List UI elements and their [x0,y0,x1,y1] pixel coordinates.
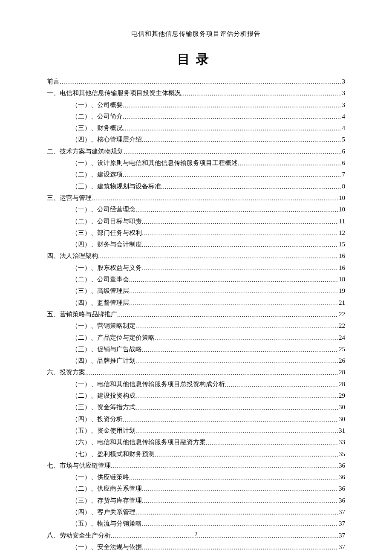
toc-leader-dots [142,519,338,529]
toc-entry: （三）、存货与库存管理36 [47,495,345,506]
toc-entry-page: 18 [338,274,345,285]
toc-entry-label: （四）、品牌推广计划 [47,355,135,367]
toc-leader-dots [155,333,338,344]
toc-entry: （四）、投资分析30 [47,413,345,425]
document-page: 电信和其他信息传输服务项目评估分析报告 目录 前言3一、电信和其他信息传输服务项… [0,0,392,555]
toc-leader-dots [181,88,341,99]
toc-leader-dots [129,298,338,309]
toc-entry: （一）、公司概要3 [47,99,345,111]
toc-leader-dots [129,275,338,285]
toc-entry: （四）、客户关系管理37 [47,506,345,518]
toc-leader-dots [142,263,338,274]
toc-entry-label: （二）、公司董事会 [47,274,129,285]
toc-entry: （一）、电信和其他信息传输服务项目总投资构成分析28 [47,379,345,390]
toc-entry: 六、投资方案28 [47,367,345,378]
toc-entry-page: 28 [338,367,345,378]
toc-leader-dots [135,205,338,215]
toc-entry: （四）、核心管理层介绍5 [47,134,345,145]
toc-entry: （三）、财务概况4 [47,122,345,134]
toc-entry: （二）、产品定位与定价策略24 [47,332,345,344]
toc-leader-dots [135,391,338,402]
toc-entry-page: 28 [338,379,345,390]
toc-leader-dots [123,170,341,180]
toc-entry: （二）、建设选项7 [47,169,345,180]
toc-entry: （一）、安全法规与依据37 [47,541,345,553]
toc-leader-dots [142,217,338,227]
toc-entry-label: （二）、产品定位与定价策略 [47,332,155,344]
toc-entry-label: （四）、财务与会计制度 [47,239,142,250]
toc-entry-page: 3 [341,87,346,99]
toc-entry-page: 8 [341,181,346,192]
toc-leader-dots [161,182,341,192]
toc-entry: 前言3 [47,76,345,87]
toc-leader-dots [92,193,338,204]
toc-entry: （二）、安全措施与效果预估37 [47,553,345,555]
toc-entry: 二、技术方案与建筑物规划6 [47,146,345,157]
toc-entry-label: （一）、供应链策略 [47,471,129,483]
toc-entry: （四）、财务与会计制度15 [47,239,345,250]
toc-entry-label: 一、电信和其他信息传输服务项目投资主体概况 [47,87,181,99]
toc-entry: （二）、公司目标与职责11 [47,216,345,227]
toc-entry-page: 10 [338,204,345,215]
toc-entry-label: （一）、设计原则与电信和其他信息传输服务项目工程概述 [47,157,238,169]
toc-leader-dots [206,437,338,448]
toc-entry: （三）、高级管理层19 [47,285,345,297]
toc-entry-label: （一）、股东权益与义务 [47,262,142,274]
toc-entry: （二）、公司简介4 [47,111,345,122]
page-number: 2 [0,531,392,538]
toc-leader-dots [225,379,338,390]
toc-entry: 五、营销策略与品牌推广22 [47,309,345,320]
toc-entry-page: 22 [338,309,345,320]
toc-entry: （四）、品牌推广计划26 [47,355,345,367]
toc-entry: （一）、公司经营理念10 [47,204,345,215]
toc-entry-page: 37 [338,541,345,553]
toc-entry: （一）、股东权益与义务16 [47,262,345,274]
toc-entry: （四）、监督管理层21 [47,297,345,309]
toc-entry: 一、电信和其他信息传输服务项目投资主体概况3 [47,87,345,99]
toc-entry-page: 4 [341,122,346,134]
toc-entry-label: （四）、客户关系管理 [47,506,135,518]
toc-entry-label: 三、运营与管理 [47,192,92,204]
toc-entry: 四、法人治理架构16 [47,250,345,262]
toc-entry-label: （五）、物流与分销策略 [47,518,142,529]
toc-entry-page: 37 [338,553,345,555]
toc-leader-dots [142,496,338,506]
toc-entry: （二）、供应商关系管理36 [47,483,345,494]
toc-entry-page: 15 [338,239,345,250]
toc-entry-label: （六）、电信和其他信息传输服务项目融资方案 [47,436,206,448]
toc-leader-dots [142,228,338,239]
toc-entry-page: 33 [338,436,345,448]
toc-entry: （一）、营销策略制定22 [47,320,345,332]
toc-entry-label: （二）、建设投资构成 [47,390,135,402]
toc-entry: （一）、设计原则与电信和其他信息传输服务项目工程概述6 [47,157,345,169]
toc-entry-label: （一）、公司经营理念 [47,204,135,215]
toc-leader-dots [135,402,338,413]
toc-entry-label: 五、营销策略与品牌推广 [47,309,117,320]
toc-entry-label: （二）、安全措施与效果预估 [47,553,155,555]
toc-entry-page: 22 [338,320,345,332]
toc-leader-dots [142,135,341,145]
toc-entry: （三）、部门任务与权利12 [47,227,345,239]
toc-entry-page: 30 [338,402,345,413]
toc-entry: （六）、电信和其他信息传输服务项目融资方案33 [47,436,345,448]
toc-leader-dots [129,286,338,297]
toc-leader-dots [129,472,338,483]
toc-entry-label: 二、技术方案与建筑物规划 [47,146,124,157]
toc-entry-label: （三）、存货与库存管理 [47,495,142,506]
toc-entry-label: （三）、建筑物规划与设备标准 [47,181,161,192]
toc-entry-page: 19 [338,285,345,297]
toc-entry-label: （四）、核心管理层介绍 [47,134,142,145]
toc-entry-label: （二）、供应商关系管理 [47,483,142,494]
toc-entry: （三）、建筑物规划与设备标准8 [47,181,345,192]
toc-entry: （五）、物流与分销策略37 [47,518,345,529]
toc-entry-page: 36 [338,471,345,483]
toc-entry: （一）、供应链策略36 [47,471,345,483]
toc-entry-page: 7 [341,169,346,180]
toc-leader-dots [98,251,338,262]
toc-leader-dots [135,356,338,367]
toc-leader-dots [123,100,341,111]
page-header: 电信和其他信息传输服务项目评估分析报告 [47,30,345,38]
toc-entry-label: （七）、盈利模式和财务预测 [47,448,155,460]
toc-entry-page: 6 [341,157,346,169]
toc-entry-page: 25 [338,344,345,355]
